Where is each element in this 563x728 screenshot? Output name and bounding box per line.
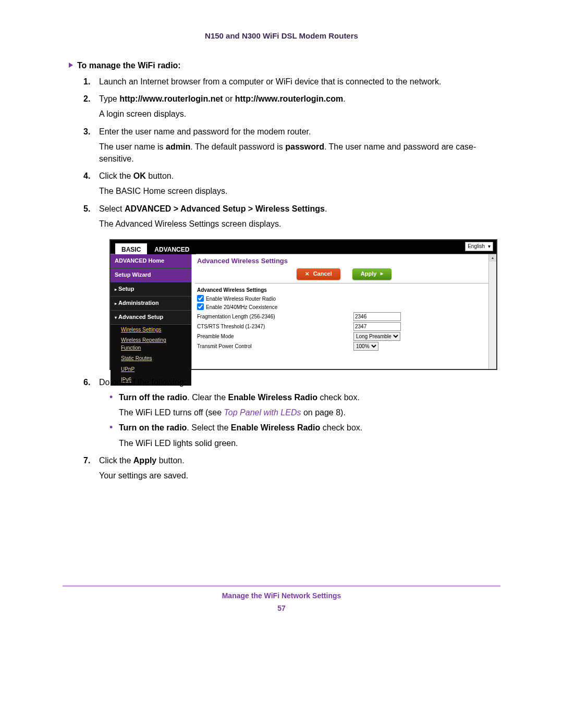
sidebar-sub-wireless-settings[interactable]: Wireless Settings	[111, 325, 191, 336]
step-paragraph: Your settings are saved.	[99, 470, 500, 482]
doc-header-title: N150 and N300 WiFi DSL Modem Routers	[63, 31, 500, 40]
enable-coex-checkbox[interactable]	[197, 303, 204, 310]
field-label: Fragmentation Length (256-2346)	[197, 313, 353, 321]
step-number: 2.	[83, 93, 90, 105]
step-text: Enter the user name and password for the…	[99, 127, 311, 136]
close-icon: ✕	[305, 270, 309, 278]
sidebar-sub-wireless-repeating[interactable]: Wireless Repeating Function	[111, 335, 191, 353]
step-paragraph: The Advanced Wireless Settings screen di…	[99, 218, 500, 230]
step-paragraph: A login screen displays.	[99, 108, 500, 120]
row-tx-power: Transmit Power Control 100%	[192, 341, 496, 351]
link-top-panel-leds[interactable]: Top Panel with LEDs	[224, 408, 301, 417]
sub-paragraph: The WiFi LED turns off (see Top Panel wi…	[119, 406, 500, 418]
step-number: 4.	[83, 170, 90, 182]
step-text: Do one of the following:	[99, 378, 186, 387]
caret-right-icon: ▸	[115, 287, 117, 293]
scroll-up-icon[interactable]: ▴	[489, 254, 496, 262]
caret-right-icon: ▸	[381, 270, 383, 278]
step-6: 6. Do one of the following: Turn off the…	[99, 376, 500, 449]
language-value: English	[468, 243, 485, 251]
enable-radio-checkbox[interactable]	[197, 295, 204, 302]
step-number: 5.	[83, 203, 90, 215]
router-ui-screenshot: BASIC ADVANCED English ▾ ADVANCED Home S…	[109, 239, 497, 370]
checkbox-label: Enable 20/40MHz Coexistence	[206, 304, 277, 310]
section-label: Advanced Wireless Settings	[192, 283, 496, 295]
language-select[interactable]: English ▾	[465, 242, 493, 252]
step-number: 7.	[83, 454, 90, 466]
step-text: Select ADVANCED > Advanced Setup > Wirel…	[99, 204, 327, 213]
sub-bullet-off: Turn off the radio. Clear the Enable Wir…	[109, 391, 500, 418]
sidebar-item-setup-wizard[interactable]: Setup Wizard	[111, 268, 191, 282]
triangle-bullet-icon	[69, 63, 73, 68]
footer-page-number: 57	[63, 604, 500, 612]
field-label: Preamble Mode	[197, 333, 353, 341]
step-text: Click the OK button.	[99, 171, 174, 180]
sidebar-item-administration[interactable]: ▸Administration	[111, 297, 191, 311]
cts-input[interactable]	[353, 322, 401, 331]
step-5: 5. Select ADVANCED > Advanced Setup > Wi…	[99, 203, 500, 370]
row-preamble: Preamble Mode Long Preamble	[192, 331, 496, 341]
cancel-button[interactable]: ✕Cancel	[297, 268, 340, 280]
field-label: CTS/RTS Threshold (1-2347)	[197, 323, 353, 331]
sub-bullet-list: Turn off the radio. Clear the Enable Wir…	[99, 391, 500, 449]
step-3: 3. Enter the user name and password for …	[99, 126, 500, 165]
footer-section-title: Manage the WiFi Network Settings	[63, 591, 500, 600]
sidebar-item-advanced-home[interactable]: ADVANCED Home	[111, 254, 191, 268]
tx-power-select[interactable]: 100%	[353, 342, 378, 351]
step-number: 3.	[83, 126, 90, 138]
chevron-down-icon: ▾	[488, 243, 491, 251]
step-list: 1. Launch an Internet browser from a com…	[63, 76, 500, 482]
caret-down-icon: ▾	[115, 315, 117, 321]
checkbox-enable-radio: Enable Wireless Router Radio	[192, 295, 496, 303]
step-text: Click the Apply button.	[99, 456, 185, 465]
sidebar-sub-upnp[interactable]: UPnP	[111, 364, 191, 375]
step-1: 1. Launch an Internet browser from a com…	[99, 76, 500, 88]
caret-right-icon: ▸	[115, 301, 117, 307]
task-heading: To manage the WiFi radio:	[63, 61, 500, 70]
preamble-select[interactable]: Long Preamble	[353, 332, 400, 341]
step-text: Type http://www.routerlogin.net or http:…	[99, 94, 346, 103]
ui-body: ADVANCED Home Setup Wizard ▸Setup ▸Admin…	[111, 254, 496, 369]
ui-topbar: BASIC ADVANCED English ▾	[111, 240, 496, 254]
step-2: 2. Type http://www.routerlogin.net or ht…	[99, 93, 500, 120]
sidebar-item-advanced-setup[interactable]: ▾Advanced Setup	[111, 311, 191, 325]
step-number: 1.	[83, 76, 90, 88]
sidebar: ADVANCED Home Setup Wizard ▸Setup ▸Admin…	[111, 254, 191, 369]
scrollbar[interactable]: ▴	[488, 254, 496, 369]
checkbox-enable-coex: Enable 20/40MHz Coexistence	[192, 303, 496, 312]
step-number: 6.	[83, 376, 90, 388]
fragmentation-input[interactable]	[353, 312, 401, 321]
task-title-text: To manage the WiFi radio:	[77, 61, 181, 70]
step-paragraph: The BASIC Home screen displays.	[99, 185, 500, 197]
apply-button[interactable]: Apply▸	[352, 268, 392, 280]
footer-divider	[63, 586, 500, 586]
sidebar-item-setup[interactable]: ▸Setup	[111, 282, 191, 297]
row-cts: CTS/RTS Threshold (1-2347)	[192, 322, 496, 331]
sub-bullet-on: Turn on the radio. Select the Enable Wir…	[109, 422, 500, 449]
content-pane: Advanced Wireless Settings ✕Cancel Apply…	[191, 254, 496, 369]
step-text: Launch an Internet browser from a comput…	[99, 77, 441, 86]
content-title: Advanced Wireless Settings	[192, 254, 496, 267]
step-paragraph: The user name is admin. The default pass…	[99, 141, 500, 165]
step-4: 4. Click the OK button. The BASIC Home s…	[99, 170, 500, 197]
button-row: ✕Cancel Apply▸	[192, 268, 496, 280]
sidebar-sub-static-routes[interactable]: Static Routes	[111, 353, 191, 364]
row-fragmentation: Fragmentation Length (256-2346)	[192, 312, 496, 322]
step-7: 7. Click the Apply button. Your settings…	[99, 454, 500, 482]
sub-paragraph: The WiFi LED lights solid green.	[119, 437, 500, 449]
field-label: Transmit Power Control	[197, 343, 353, 351]
checkbox-label: Enable Wireless Router Radio	[206, 296, 276, 302]
